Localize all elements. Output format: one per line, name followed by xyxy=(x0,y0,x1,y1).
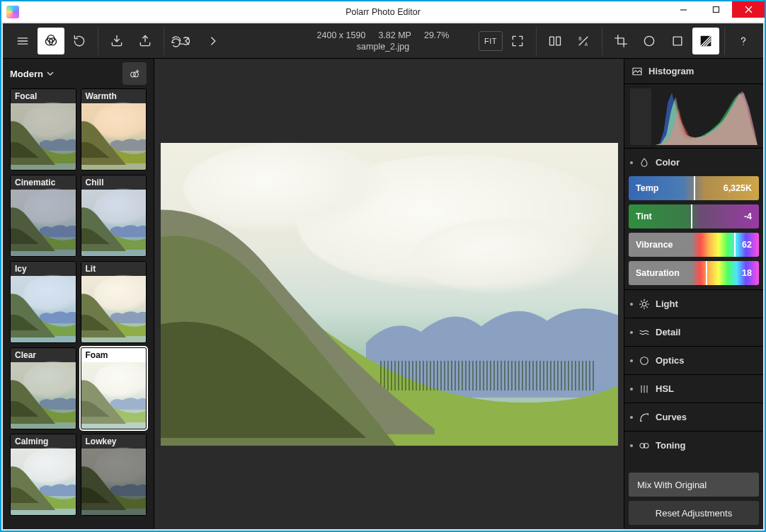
section-optics[interactable]: Optics xyxy=(624,346,763,374)
svg-rect-10 xyxy=(550,37,554,45)
filter-label: Lowkey xyxy=(81,434,147,449)
minimize-button[interactable] xyxy=(667,1,699,18)
export-icon xyxy=(138,34,152,48)
before-after-icon: BA xyxy=(576,34,590,48)
redo-icon xyxy=(204,34,218,48)
filter-label: Chill xyxy=(81,175,147,190)
toolbar: 2400 x 1590 3.82 MP 29.7% sample_2.jpg F… xyxy=(3,23,763,59)
image-icon xyxy=(631,66,643,77)
slider-temp[interactable]: Temp6,325K xyxy=(629,176,759,200)
fullscreen-button[interactable] xyxy=(504,28,531,54)
square-icon xyxy=(670,34,685,48)
before-after-button[interactable]: BA xyxy=(570,28,597,54)
svg-point-15 xyxy=(644,36,653,45)
history-icon xyxy=(72,34,86,48)
histogram-header[interactable]: Histogram xyxy=(624,59,763,84)
reset-adjustments-button[interactable]: Reset Adjustments xyxy=(629,501,759,525)
add-filter-icon xyxy=(129,68,140,79)
svg-line-30 xyxy=(641,301,641,301)
filename-label: sample_2.jpg xyxy=(357,42,409,52)
fullscreen-icon xyxy=(510,34,525,48)
filter-focal[interactable]: Focal xyxy=(10,88,76,170)
svg-line-32 xyxy=(646,301,647,301)
section-color[interactable]: Color xyxy=(624,148,763,176)
import-button[interactable] xyxy=(103,28,130,54)
redo-button[interactable] xyxy=(198,28,224,54)
import-icon xyxy=(110,34,124,48)
circle-icon xyxy=(639,355,650,366)
svg-rect-1 xyxy=(713,7,719,13)
section-light[interactable]: Light xyxy=(624,289,763,318)
adjust-icon xyxy=(699,34,713,48)
radial-button[interactable] xyxy=(636,28,663,54)
droplet-icon xyxy=(639,157,650,168)
window-buttons xyxy=(667,1,765,18)
maximize-button[interactable] xyxy=(699,1,732,18)
slider-vibrance[interactable]: Vibrance62 xyxy=(629,233,759,257)
add-filter-button[interactable] xyxy=(122,62,147,85)
filter-label: Calming xyxy=(11,434,76,449)
section-curves[interactable]: Curves xyxy=(624,403,763,431)
filter-cinematic[interactable]: Cinematic xyxy=(10,175,76,257)
svg-line-33 xyxy=(641,306,641,307)
waves-icon xyxy=(639,327,650,338)
crop-button[interactable] xyxy=(607,28,634,54)
filter-label: Clear xyxy=(11,348,76,362)
app-body: 2400 x 1590 3.82 MP 29.7% sample_2.jpg F… xyxy=(3,23,763,529)
hamburger-icon xyxy=(16,34,30,48)
history-button[interactable] xyxy=(66,28,93,54)
zoom-label: 29.7% xyxy=(424,30,449,40)
filters-sidebar: Modern FocalWarmthCinematicChillIcyLitCl… xyxy=(3,59,154,529)
filter-calming[interactable]: Calming xyxy=(10,434,76,516)
filters-tab[interactable] xyxy=(38,28,64,54)
window-title: Polarr Photo Editor xyxy=(1,7,765,17)
canvas[interactable] xyxy=(154,59,624,529)
filter-label: Cinematic xyxy=(11,175,76,190)
app-window: Polarr Photo Editor 2400 x 159 xyxy=(0,0,766,532)
filter-label: Icy xyxy=(11,262,76,276)
filter-clear[interactable]: Clear xyxy=(10,347,76,429)
section-hsl[interactable]: HSL xyxy=(624,374,763,403)
crop-icon xyxy=(614,34,628,48)
filter-foam[interactable]: Foam xyxy=(81,347,147,429)
dimensions-label: 2400 x 1590 xyxy=(317,30,366,40)
svg-point-19 xyxy=(743,44,743,45)
compare-icon xyxy=(548,34,562,48)
slider-tint[interactable]: Tint-4 xyxy=(629,204,759,229)
filter-set-dropdown[interactable]: Modern xyxy=(10,69,54,79)
svg-point-25 xyxy=(642,302,646,306)
svg-line-31 xyxy=(646,306,647,307)
titlebar[interactable]: Polarr Photo Editor xyxy=(1,1,765,22)
mix-original-button[interactable]: Mix With Original xyxy=(629,473,759,497)
filter-icy[interactable]: Icy xyxy=(10,261,76,343)
megapixels-label: 3.82 MP xyxy=(378,30,411,40)
menu-button[interactable] xyxy=(9,28,36,54)
bars-icon xyxy=(639,383,650,395)
venn-icon xyxy=(44,34,58,48)
section-toning[interactable]: Toning xyxy=(624,431,763,459)
adjust-tab[interactable] xyxy=(692,28,719,54)
filter-lowkey[interactable]: Lowkey xyxy=(81,434,147,516)
svg-rect-16 xyxy=(673,37,682,45)
sun-icon xyxy=(639,299,650,310)
chevron-down-icon xyxy=(47,70,54,77)
undo-button[interactable] xyxy=(169,28,196,54)
filter-warmth[interactable]: Warmth xyxy=(81,88,147,170)
export-button[interactable] xyxy=(132,28,159,54)
svg-rect-11 xyxy=(556,37,561,45)
split-icon xyxy=(639,440,650,451)
filter-label: Focal xyxy=(11,89,76,103)
gradient-button[interactable] xyxy=(664,28,691,54)
circle-icon xyxy=(642,34,656,48)
compare-button[interactable] xyxy=(542,28,568,54)
help-button[interactable] xyxy=(730,28,757,54)
section-detail[interactable]: Detail xyxy=(624,318,763,346)
close-button[interactable] xyxy=(732,1,765,18)
filter-lit[interactable]: Lit xyxy=(81,261,147,343)
svg-point-34 xyxy=(641,357,648,364)
filter-chill[interactable]: Chill xyxy=(81,175,147,257)
fit-button[interactable]: FIT xyxy=(479,31,503,51)
slider-saturation[interactable]: Saturation18 xyxy=(629,261,759,285)
app-icon xyxy=(6,6,19,18)
filter-label: Foam xyxy=(81,348,147,362)
